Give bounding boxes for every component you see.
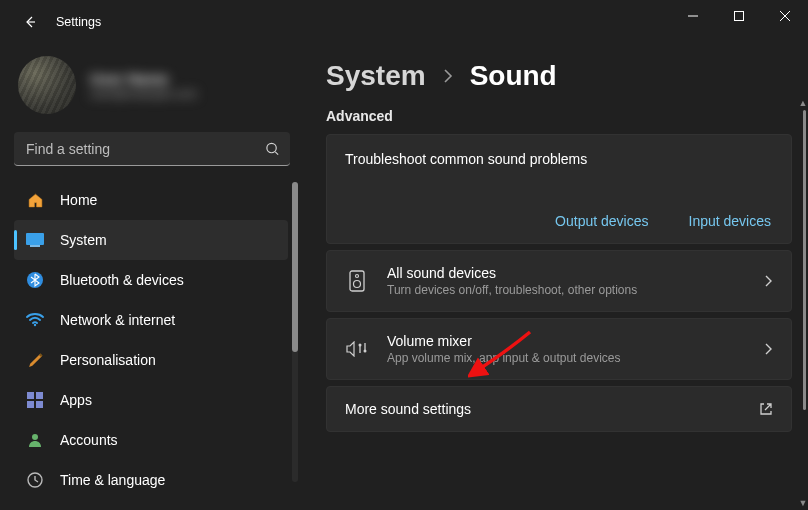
sidebar-item-personalisation[interactable]: Personalisation	[14, 340, 288, 380]
sidebar-item-label: Network & internet	[60, 312, 175, 328]
sidebar-nav: Home System Bluetooth & devices Network …	[14, 180, 300, 500]
sidebar: User Name user@example.com Home System	[0, 44, 300, 510]
window-controls	[670, 0, 808, 32]
chevron-right-icon	[763, 274, 773, 288]
accounts-icon	[26, 432, 44, 448]
sidebar-item-home[interactable]: Home	[14, 180, 288, 220]
clock-icon	[26, 472, 44, 488]
home-icon	[26, 192, 44, 209]
bluetooth-icon	[26, 272, 44, 288]
svg-rect-0	[735, 12, 744, 21]
breadcrumb-current: Sound	[470, 60, 557, 92]
sidebar-item-label: Home	[60, 192, 97, 208]
sidebar-item-label: Time & language	[60, 472, 165, 488]
sidebar-item-label: System	[60, 232, 107, 248]
back-button[interactable]	[16, 8, 44, 36]
profile-block[interactable]: User Name user@example.com	[14, 56, 300, 114]
svg-point-5	[34, 324, 36, 326]
sidebar-item-label: Apps	[60, 392, 92, 408]
sidebar-item-bluetooth[interactable]: Bluetooth & devices	[14, 260, 288, 300]
scroll-down-icon[interactable]: ▼	[798, 498, 808, 508]
sidebar-item-label: Bluetooth & devices	[60, 272, 184, 288]
speaker-icon	[345, 270, 369, 292]
profile-text: User Name user@example.com	[90, 70, 197, 101]
svg-point-13	[356, 275, 359, 278]
svg-point-14	[354, 281, 361, 288]
sidebar-scrollbar-thumb[interactable]	[292, 182, 298, 352]
sidebar-item-time-language[interactable]: Time & language	[14, 460, 288, 500]
content-scrollbar-thumb[interactable]	[803, 110, 806, 410]
svg-rect-9	[36, 401, 43, 408]
svg-rect-8	[27, 401, 34, 408]
search-icon	[265, 142, 280, 157]
row-subtitle: App volume mix, app input & output devic…	[387, 351, 745, 365]
svg-point-1	[267, 143, 276, 152]
output-devices-link[interactable]: Output devices	[555, 213, 648, 229]
paintbrush-icon	[26, 352, 44, 369]
more-sound-settings-row[interactable]: More sound settings	[326, 386, 792, 432]
apps-icon	[26, 392, 44, 408]
search-wrap	[14, 132, 290, 166]
sidebar-item-apps[interactable]: Apps	[14, 380, 288, 420]
maximize-button[interactable]	[716, 0, 762, 32]
input-devices-link[interactable]: Input devices	[689, 213, 772, 229]
close-button[interactable]	[762, 0, 808, 32]
svg-rect-3	[30, 245, 40, 247]
sidebar-item-label: Accounts	[60, 432, 118, 448]
breadcrumb-parent[interactable]: System	[326, 60, 426, 92]
svg-rect-6	[27, 392, 34, 399]
row-title: All sound devices	[387, 265, 745, 281]
mixer-icon	[345, 341, 369, 357]
avatar	[18, 56, 76, 114]
system-icon	[26, 233, 44, 247]
breadcrumb: System Sound	[326, 60, 792, 92]
sidebar-item-accounts[interactable]: Accounts	[14, 420, 288, 460]
all-sound-devices-row[interactable]: All sound devices Turn devices on/off, t…	[326, 250, 792, 312]
volume-mixer-row[interactable]: Volume mixer App volume mix, app input &…	[326, 318, 792, 380]
profile-email: user@example.com	[90, 87, 197, 101]
troubleshoot-title: Troubleshoot common sound problems	[345, 151, 773, 167]
row-title: Volume mixer	[387, 333, 745, 349]
external-link-icon	[759, 402, 773, 416]
sidebar-item-network[interactable]: Network & internet	[14, 300, 288, 340]
minimize-button[interactable]	[670, 0, 716, 32]
profile-name: User Name	[90, 70, 197, 87]
titlebar: Settings	[0, 0, 808, 44]
section-heading: Advanced	[326, 108, 792, 124]
svg-point-10	[32, 434, 38, 440]
chevron-right-icon	[763, 342, 773, 356]
window-title: Settings	[56, 15, 101, 29]
content-area: System Sound Advanced Troubleshoot commo…	[300, 44, 808, 510]
scroll-up-icon[interactable]: ▲	[798, 98, 808, 108]
search-input[interactable]	[14, 132, 290, 166]
troubleshoot-card: Troubleshoot common sound problems Outpu…	[326, 134, 792, 244]
row-title: More sound settings	[345, 401, 741, 417]
row-subtitle: Turn devices on/off, troubleshoot, other…	[387, 283, 745, 297]
wifi-icon	[26, 313, 44, 327]
sidebar-item-system[interactable]: System	[14, 220, 288, 260]
svg-rect-7	[36, 392, 43, 399]
sidebar-item-label: Personalisation	[60, 352, 156, 368]
svg-rect-2	[26, 233, 44, 245]
chevron-right-icon	[442, 67, 454, 85]
